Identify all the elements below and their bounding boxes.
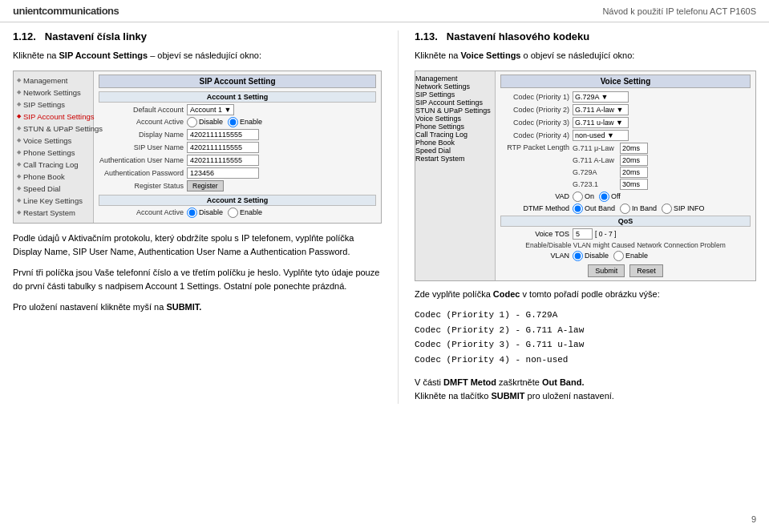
logo-text: unientcommunications [13, 5, 119, 17]
sip-form-title: SIP Account Setting [99, 75, 376, 88]
header-title: Návod k použití IP telefonu ACT P160S [602, 6, 756, 16]
codec-priority-3-row: Codec (Priority 3) G.711 u-law ▼ [500, 117, 751, 128]
sidebar-item-phone[interactable]: Phone Settings [14, 147, 93, 159]
sidebar-item-speed-dial[interactable]: Speed Dial [14, 183, 93, 195]
codec-intro-text: Zde vyplňte políčka Codec v tomto pořadí… [415, 288, 756, 302]
vad-row: VAD On Off [500, 191, 751, 202]
right-section-heading: 1.13. Nastavení hlasového kodeku [415, 30, 756, 42]
sidebar-item-call-tracing[interactable]: Call Tracing Log [14, 159, 93, 171]
codec-priority-1-row: Codec (Priority 1) G.729A ▼ [500, 91, 751, 103]
r-sidebar-sip[interactable]: SIP Settings [415, 91, 495, 99]
sidebar-item-phone-book[interactable]: Phone Book [14, 171, 93, 183]
codec-list-item-1: Codec (Priority 1) - G.729A [415, 308, 756, 323]
voice-form-area: Voice Setting Codec (Priority 1) G.729A … [496, 71, 755, 280]
mockup-sidebar-left: Management Network Settings SIP Settings… [14, 71, 94, 223]
field-register-status: Register Status Register [99, 180, 376, 191]
sidebar-item-line-key[interactable]: Line Key Settings [14, 195, 93, 207]
rtp-row-711a: G.711 A-Law 20ms [573, 155, 648, 166]
left-column: 1.12. Nastavení čísla linky Klikněte na … [13, 30, 382, 404]
sidebar-item-sip[interactable]: SIP Settings [14, 99, 93, 111]
sip-form-area: SIP Account Setting Account 1 Setting De… [94, 71, 381, 223]
vlan-enable[interactable] [613, 251, 624, 261]
header: unientcommunications Návod k použití IP … [0, 0, 769, 22]
reset-button[interactable]: Reset [629, 264, 663, 277]
sidebar-item-restart[interactable]: Restart System [14, 207, 93, 219]
codec-priority-2-row: Codec (Priority 2) G.711 A-law ▼ [500, 104, 751, 115]
register-button[interactable]: Register [187, 180, 224, 191]
r-sidebar-voice[interactable]: Voice Settings [415, 115, 495, 123]
radio-enable-2[interactable] [228, 208, 238, 218]
final-note: V části DMFT Metod zaškrtněte Out Band. … [415, 376, 756, 404]
sidebar-item-stun[interactable]: STUN & UPaP Settings [14, 123, 93, 135]
sidebar-item-sip-account[interactable]: SIP Account Settings [14, 111, 93, 123]
rtp-row-711u: G.711 μ-Law 20ms [573, 143, 648, 154]
codec-list-item-4: Codec (Priority 4) - non-used [415, 353, 756, 368]
field-display-name: Display Name 4202111115555 [99, 129, 376, 140]
codec-list-item-3: Codec (Priority 3) - G.711 u-law [415, 337, 756, 353]
dtmf-row: DTMF Method Out Band In Band SIP INFO [500, 204, 751, 214]
rtp-row-723: G.723.1 30ms [573, 179, 648, 190]
r-sidebar-stun[interactable]: STUN & UPaP Settings [415, 107, 495, 115]
main-content: 1.12. Nastavení čísla linky Klikněte na … [0, 22, 769, 412]
r-sidebar-restart[interactable]: Restart System [415, 155, 495, 163]
mockup-sidebar-right: Management Network Settings SIP Settings… [415, 71, 496, 280]
vlan-disable[interactable] [573, 251, 583, 261]
body-text-1: Podle údajů v Aktivačním protokolu, kter… [13, 232, 382, 260]
r-sidebar-call-tracing[interactable]: Call Tracing Log [415, 131, 495, 139]
r-sidebar-management[interactable]: Management [415, 75, 495, 83]
left-intro: Klikněte na SIP Account Settings – objev… [13, 49, 382, 62]
sidebar-item-voice[interactable]: Voice Settings [14, 135, 93, 147]
qos-title: QoS [500, 216, 751, 227]
left-section-heading: 1.12. Nastavení čísla linky [13, 30, 382, 42]
voice-tos-input[interactable]: 5 [573, 228, 593, 240]
submit-button[interactable]: Submit [588, 264, 625, 277]
logo: unientcommunications [13, 5, 119, 17]
field-auth-user-name: Authentication User Name 4202111115555 [99, 155, 376, 166]
field-default-account: Default Account Account 1 ▼ [99, 104, 376, 115]
lower-left-text: Podle údajů v Aktivačním protokolu, kter… [13, 232, 382, 315]
codec-priority-4-row: Codec (Priority 4) non-used ▼ [500, 130, 751, 141]
r-sidebar-sip-account[interactable]: SIP Account Settings [415, 99, 495, 107]
field-auth-password: Authentication Password 123456 [99, 167, 376, 179]
body-text-3: Pro uložení nastavení klikněte myší na S… [13, 300, 382, 315]
vlan-warning: Enable/Disable VLAN might Caused Network… [500, 241, 751, 249]
r-sidebar-speed-dial[interactable]: Speed Dial [415, 147, 495, 155]
sip-section1-title: Account 1 Setting [99, 91, 376, 103]
sip-section2-title: Account 2 Setting [99, 195, 376, 206]
sidebar-item-management[interactable]: Management [14, 75, 93, 87]
right-intro: Klikněte na Voice Settings o objeví se n… [415, 49, 756, 62]
right-column: 1.13. Nastavení hlasového kodeku Kliknět… [415, 30, 756, 404]
rtp-row-729a: G.729A 20ms [573, 167, 648, 178]
radio-disable-2[interactable] [187, 208, 197, 218]
sip-account-mockup: Management Network Settings SIP Settings… [13, 71, 382, 224]
vlan-row: VLAN Disable Enable [500, 251, 751, 261]
sidebar-item-network[interactable]: Network Settings [14, 87, 93, 99]
voice-tos-range: [ 0 - 7 ] [595, 230, 616, 238]
r-sidebar-network[interactable]: Network Settings [415, 83, 495, 91]
radio-enable-1[interactable] [228, 117, 238, 127]
rtp-section: RTP Packet Length G.711 μ-Law 20ms G.711… [500, 143, 751, 190]
r-sidebar-phone[interactable]: Phone Settings [415, 123, 495, 131]
column-divider [398, 30, 399, 404]
body-text-2: První tři políčka jsou Vaše telefonní čí… [13, 266, 382, 294]
field-account-active-2: Account Active Disable Enable [99, 208, 376, 218]
lower-right-text: Zde vyplňte políčka Codec v tomto pořadí… [415, 288, 756, 405]
voice-tos-row: Voice TOS 5 [ 0 - 7 ] [500, 228, 751, 240]
page-number: 9 [751, 514, 756, 524]
field-account-active-1: Account Active Disable Enable [99, 117, 376, 127]
final-note-line2: Klikněte na tlačítko SUBMIT pro uložení … [415, 389, 756, 404]
codec-list-item-2: Codec (Priority 2) - G.711 A-law [415, 323, 756, 338]
voice-form-title: Voice Setting [500, 75, 751, 88]
dtmf-outband[interactable] [573, 204, 583, 214]
vad-off[interactable] [599, 191, 609, 202]
voice-settings-mockup: Management Network Settings SIP Settings… [415, 71, 756, 281]
codec-list: Codec (Priority 1) - G.729A Codec (Prior… [415, 308, 756, 368]
radio-disable-1[interactable] [187, 117, 197, 127]
dtmf-sipinfo[interactable] [662, 204, 672, 214]
field-sip-user-name: SIP User Name 4202111115555 [99, 142, 376, 153]
r-sidebar-phone-book[interactable]: Phone Book [415, 139, 495, 147]
vad-on[interactable] [573, 191, 583, 202]
dtmf-inband[interactable] [620, 204, 630, 214]
final-note-line1: V části DMFT Metod zaškrtněte Out Band. [415, 376, 756, 390]
submit-row: Submit Reset [500, 264, 751, 277]
